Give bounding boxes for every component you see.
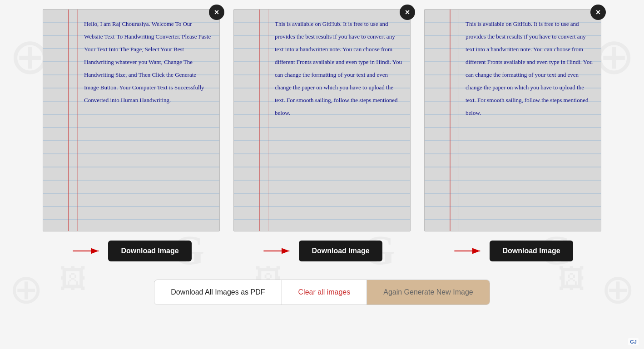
notebook-wrapper-2: × This is available on GitHub. It is fre…	[233, 9, 411, 231]
image-card-2: × This is available on GitHub. It is fre…	[233, 9, 411, 261]
margin-line-1	[77, 10, 78, 231]
close-button-1[interactable]: ×	[209, 5, 224, 20]
image-card-3: × This is available on GitHub. It is fre…	[424, 9, 601, 261]
arrow-icon-1	[71, 244, 103, 258]
clear-all-button[interactable]: Clear all images	[282, 280, 367, 305]
margin-line-3	[459, 10, 459, 231]
notebook-1: Hello, I am Raj Chourasiya. Welcome To O…	[43, 9, 220, 231]
arrow-download-row-1: Download Image	[71, 241, 191, 261]
notebook-3: This is available on GitHub. It is free …	[424, 9, 601, 231]
download-button-2[interactable]: Download Image	[299, 241, 382, 261]
close-button-2[interactable]: ×	[400, 5, 415, 20]
notebook-text-1: Hello, I am Raj Chourasiya. Welcome To O…	[84, 18, 211, 107]
generate-new-button[interactable]: Again Generate New Image	[367, 280, 489, 305]
notebook-2: This is available on GitHub. It is free …	[233, 9, 411, 231]
margin-line-2	[268, 10, 268, 231]
download-pdf-button[interactable]: Download All Images as PDF	[154, 280, 282, 305]
bottom-bar: Download All Images as PDF Clear all ima…	[154, 280, 490, 305]
notebook-text-3: This is available on GitHub. It is free …	[466, 18, 593, 119]
arrow-icon-2	[262, 244, 293, 258]
notebook-wrapper-3: × This is available on GitHub. It is fre…	[424, 9, 601, 231]
images-row: × Hello, I am Raj Chourasiya. Welcome To…	[43, 9, 601, 261]
notebook-wrapper-1: × Hello, I am Raj Chourasiya. Welcome To…	[43, 9, 220, 231]
download-button-1[interactable]: Download Image	[108, 241, 191, 261]
main-container: × Hello, I am Raj Chourasiya. Welcome To…	[0, 0, 644, 319]
arrow-icon-3	[452, 244, 484, 258]
arrow-download-row-3: Download Image	[452, 241, 573, 261]
arrow-download-row-2: Download Image	[262, 241, 382, 261]
close-button-3[interactable]: ×	[590, 5, 606, 20]
notebook-text-2: This is available on GitHub. It is free …	[275, 18, 402, 119]
watermark: GJ	[628, 338, 639, 345]
image-card-1: × Hello, I am Raj Chourasiya. Welcome To…	[43, 9, 220, 261]
download-button-3[interactable]: Download Image	[490, 241, 573, 261]
